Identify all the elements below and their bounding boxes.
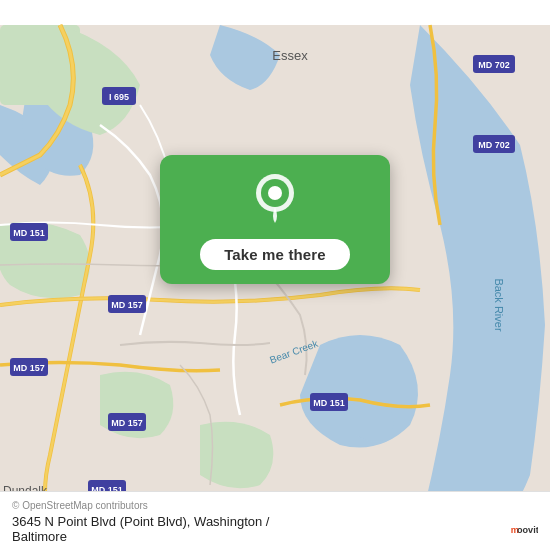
- attribution-text: © OpenStreetMap contributors: [12, 500, 148, 511]
- svg-text:MD 151: MD 151: [13, 228, 45, 238]
- navigation-card: Take me there: [160, 155, 390, 284]
- svg-text:oovit: oovit: [517, 525, 538, 535]
- svg-text:MD 702: MD 702: [478, 140, 510, 150]
- svg-text:MD 157: MD 157: [111, 300, 143, 310]
- map-container: I 695 MD 151 MD 157 MD 157 MD 157 MD 151…: [0, 0, 550, 550]
- moovit-logo-icon: m oovit: [510, 515, 538, 543]
- svg-text:MD 702: MD 702: [478, 60, 510, 70]
- map-pin-icon: [253, 173, 297, 229]
- svg-text:Essex: Essex: [272, 48, 308, 63]
- svg-text:I 695: I 695: [109, 92, 129, 102]
- svg-text:MD 157: MD 157: [111, 418, 143, 428]
- attribution: © OpenStreetMap contributors: [12, 500, 538, 511]
- address-row: 3645 N Point Blvd (Point Blvd), Washingt…: [12, 514, 538, 544]
- address-line1: 3645 N Point Blvd (Point Blvd), Washingt…: [12, 514, 269, 529]
- bottom-bar: © OpenStreetMap contributors 3645 N Poin…: [0, 491, 550, 550]
- take-me-there-button[interactable]: Take me there: [200, 239, 350, 270]
- svg-text:MD 157: MD 157: [13, 363, 45, 373]
- svg-point-26: [268, 186, 282, 200]
- address-block: 3645 N Point Blvd (Point Blvd), Washingt…: [12, 514, 269, 544]
- svg-text:Back River: Back River: [493, 278, 505, 332]
- address-line2: Baltimore: [12, 529, 269, 544]
- moovit-logo: m oovit: [510, 515, 538, 543]
- svg-text:MD 151: MD 151: [313, 398, 345, 408]
